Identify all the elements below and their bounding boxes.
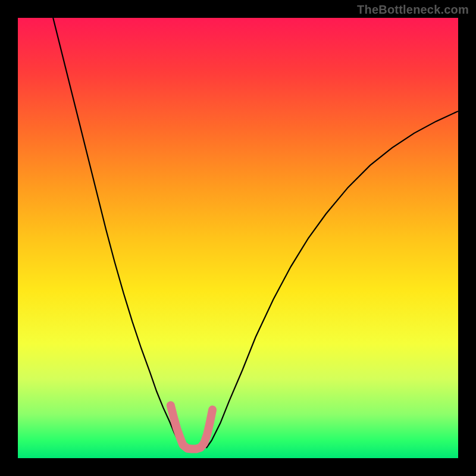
curve-left — [53, 18, 181, 448]
curve-right — [206, 111, 458, 448]
watermark-text: TheBottleneck.com — [357, 4, 469, 15]
chart-svg — [18, 18, 458, 458]
valley-highlight — [171, 405, 212, 449]
chart-frame: TheBottleneck.com — [0, 0, 476, 476]
plot-area — [18, 18, 458, 458]
